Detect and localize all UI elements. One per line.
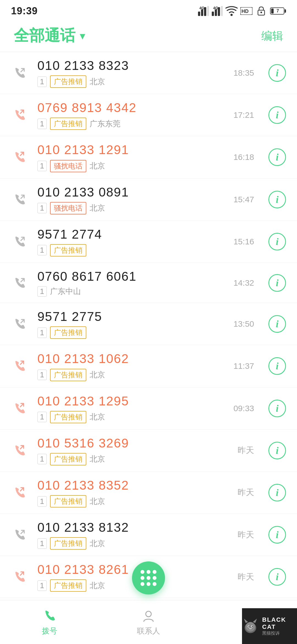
call-tag-num: 1 — [37, 245, 47, 255]
info-icon: i — [276, 571, 279, 583]
svg-rect-1 — [201, 9, 203, 16]
call-tag-label: 广告推销 — [50, 579, 86, 592]
call-info-button[interactable]: i — [268, 357, 286, 375]
svg-point-17 — [246, 622, 255, 632]
call-number[interactable]: 0760 8617 6061 — [37, 269, 226, 284]
call-tag-location: 北京 — [90, 496, 105, 507]
hd-icon: HD — [240, 7, 252, 15]
call-item: 010 2133 12951广告推销北京09:33i — [0, 388, 297, 430]
battery-number: 7 — [271, 9, 284, 13]
svg-text:4G: 4G — [199, 6, 205, 10]
call-info-button[interactable]: i — [268, 274, 286, 292]
svg-point-10 — [230, 14, 233, 16]
call-info: 9571 27741广告推销 — [37, 227, 226, 256]
call-tag-num: 1 — [37, 328, 47, 338]
call-tag-label: 广告推销 — [50, 453, 86, 465]
call-tags: 1广东中山 — [37, 286, 226, 297]
status-right: 4G 4G HD — [198, 6, 286, 16]
blackcat-watermark: BLACK CAT 黑猫投诉 — [242, 608, 297, 644]
call-tag-num: 1 — [37, 119, 47, 129]
call-info-button[interactable]: i — [268, 233, 286, 250]
call-item: 9571 27751广告推销13:50i — [0, 303, 297, 345]
call-tags: 1广告推销 — [37, 326, 226, 339]
call-tag-num: 1 — [37, 286, 47, 297]
call-tag-location: 北京 — [90, 370, 105, 380]
call-number[interactable]: 010 2133 8132 — [37, 520, 230, 535]
call-info-button[interactable]: i — [268, 315, 286, 333]
info-icon: i — [276, 67, 279, 79]
call-number[interactable]: 010 2133 1062 — [37, 351, 226, 366]
nav-item-dialpad[interactable]: 拨号 — [0, 600, 99, 644]
call-tag-label: 广告推销 — [50, 369, 86, 381]
call-info-button[interactable]: i — [268, 526, 286, 544]
contacts-icon — [141, 608, 156, 624]
call-number[interactable]: 010 2133 8323 — [37, 58, 226, 73]
call-item: 010 2133 08911骚扰电话北京15:47i — [0, 179, 297, 221]
call-direction-icon — [11, 483, 30, 502]
info-icon: i — [276, 277, 279, 289]
header-title-group[interactable]: 全部通话 ▾ — [14, 25, 85, 46]
call-number[interactable]: 010 2133 8352 — [37, 478, 230, 493]
fab-dot — [153, 582, 156, 586]
svg-marker-18 — [244, 619, 248, 623]
call-tags: 1广告推销北京 — [37, 537, 230, 550]
call-info-button[interactable]: i — [268, 400, 286, 417]
call-info: 0760 8617 60611广东中山 — [37, 269, 226, 297]
call-tag-num: 1 — [37, 580, 47, 591]
svg-point-15 — [146, 611, 151, 617]
call-info-button[interactable]: i — [268, 568, 286, 586]
svg-marker-19 — [253, 619, 257, 623]
call-info-button[interactable]: i — [268, 191, 286, 208]
call-list: 010 2133 83231广告推销北京18:35i 0769 8913 434… — [0, 52, 297, 598]
call-number[interactable]: 0769 8913 4342 — [37, 100, 226, 115]
call-time: 17:21 — [233, 110, 254, 120]
call-direction-icon — [11, 315, 30, 333]
nav-label-dialpad: 拨号 — [42, 626, 57, 636]
call-info-button[interactable]: i — [268, 442, 286, 459]
svg-text:HD: HD — [241, 9, 249, 14]
call-direction-icon — [11, 525, 30, 544]
phone-icon — [42, 608, 57, 624]
call-info: 010 2133 12951广告推销北京 — [37, 394, 226, 423]
call-tag-num: 1 — [37, 203, 47, 213]
call-tag-location: 北京 — [90, 203, 105, 213]
call-tag-num: 1 — [37, 454, 47, 464]
header: 全部通话 ▾ 编辑 — [0, 20, 297, 52]
call-tag-label: 广告推销 — [50, 75, 86, 88]
call-tag-location: 北京 — [90, 161, 105, 171]
call-time: 昨天 — [238, 487, 254, 498]
svg-rect-6 — [215, 9, 217, 16]
call-item: 010 2133 83231广告推销北京18:35i — [0, 52, 297, 94]
nav-label-contacts: 联系人 — [137, 626, 160, 636]
call-info-button[interactable]: i — [268, 64, 286, 82]
fab-dot — [153, 570, 156, 574]
call-tag-location: 广东中山 — [50, 286, 81, 297]
call-item: 010 2133 83521广告推销北京昨天i — [0, 472, 297, 514]
dropdown-icon[interactable]: ▾ — [80, 29, 85, 42]
call-time: 昨天 — [238, 445, 254, 456]
call-number[interactable]: 010 2133 1291 — [37, 142, 226, 157]
nav-item-blackcat[interactable]: BLACK CAT 黑猫投诉 — [198, 600, 297, 644]
status-time: 19:39 — [11, 5, 38, 17]
info-icon: i — [276, 151, 279, 163]
call-info-button[interactable]: i — [268, 148, 286, 166]
call-number[interactable]: 010 5316 3269 — [37, 436, 230, 451]
call-number[interactable]: 010 2133 0891 — [37, 185, 226, 200]
battery-container: 7 — [270, 7, 286, 15]
call-number[interactable]: 9571 2774 — [37, 227, 226, 242]
dialpad-fab[interactable] — [132, 561, 165, 594]
call-number[interactable]: 010 2133 1295 — [37, 394, 226, 409]
info-icon: i — [276, 318, 279, 330]
call-number[interactable]: 9571 2775 — [37, 309, 226, 324]
call-time: 11:37 — [233, 361, 254, 371]
edit-button[interactable]: 编辑 — [261, 28, 283, 43]
call-item: 9571 27741广告推销15:16i — [0, 221, 297, 263]
call-tag-num: 1 — [37, 161, 47, 171]
nav-item-contacts[interactable]: 联系人 — [99, 600, 198, 644]
info-icon: i — [276, 236, 279, 247]
call-info-button[interactable]: i — [268, 484, 286, 501]
lock-icon — [257, 6, 266, 16]
call-tag-label: 骚扰电话 — [50, 202, 86, 214]
call-info-button[interactable]: i — [268, 106, 286, 124]
call-item: 010 2133 81321广告推销北京昨天i — [0, 514, 297, 556]
